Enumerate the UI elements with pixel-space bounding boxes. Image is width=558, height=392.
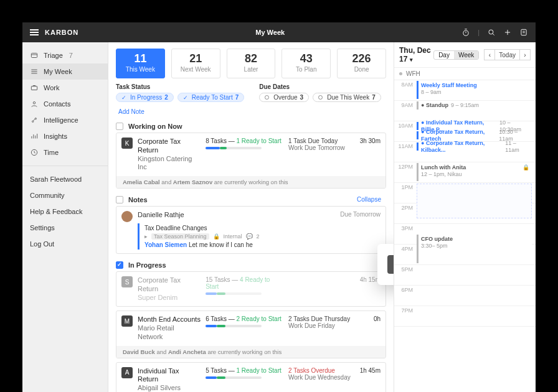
view-toggle[interactable]: Day Week <box>433 50 479 60</box>
menu-icon[interactable] <box>30 29 39 35</box>
week-card-this-week[interactable]: 11This Week <box>116 49 165 78</box>
section-checkbox[interactable] <box>116 261 123 269</box>
time-icon <box>30 148 39 157</box>
top-bar: KARBON My Week | <box>22 22 536 42</box>
due-line1: 2 Tasks Overdue <box>288 367 351 374</box>
filter-pill[interactable]: In Progress 2 <box>116 93 174 102</box>
filter-pill[interactable]: Due This Week 7 <box>313 93 381 102</box>
tasks-count: 6 Tasks — <box>206 315 236 322</box>
section-checkbox[interactable] <box>116 123 123 130</box>
next-button[interactable]: › <box>519 49 531 60</box>
myweek-icon <box>30 67 39 76</box>
mention[interactable]: Yohan Siemen <box>144 241 187 248</box>
week-card-to-plan[interactable]: 43To Plan <box>281 49 331 78</box>
allday-event[interactable]: WFH <box>394 67 536 80</box>
note-title: Tax Deadline Changes <box>144 225 381 231</box>
intelligence-icon <box>30 116 39 124</box>
work-card[interactable]: M Month End AccountsMario Retail Network… <box>116 310 386 358</box>
hover-card: S Corporate Tax Return Super Denim <box>377 244 394 285</box>
svg-point-1 <box>489 30 493 34</box>
hour-label: 7PM <box>394 306 415 326</box>
hour-label: 9AM <box>394 101 415 121</box>
work-card[interactable]: A Individual Tax ReturnAbigail Silvers 5… <box>116 362 386 393</box>
calendar-event[interactable]: ● Standup9 – 9:15am <box>417 101 532 110</box>
sidebar-item-label: Triage <box>44 52 63 59</box>
card-subtitle: Mario Retail Network <box>138 324 201 342</box>
sidebar-item-label: Work <box>44 84 59 91</box>
calendar-date[interactable]: Thu, Dec 17 ▾ <box>399 46 431 63</box>
page-title: My Week <box>78 29 461 36</box>
sidebar-item-work[interactable]: Work <box>22 80 108 96</box>
calendar-event[interactable]: CFO update3:30– 5pm <box>417 235 532 263</box>
hour-label: 2PM <box>394 203 415 223</box>
note-icon[interactable] <box>519 28 528 37</box>
sidebar-link-log-out[interactable]: Log Out <box>22 236 108 252</box>
week-card-label: This Week <box>116 66 164 73</box>
svg-point-6 <box>32 121 34 122</box>
card-title: Individual Tax Return <box>138 367 201 385</box>
card-subtext: David Buck and Andi Ancheta are currentl… <box>116 346 385 358</box>
avatar: S <box>387 255 394 274</box>
search-icon[interactable] <box>487 28 496 37</box>
note-body-text: Let me know if I can he <box>187 241 253 248</box>
sidebar-item-intelligence[interactable]: Intelligence <box>22 112 108 128</box>
seg-week[interactable]: Week <box>454 51 478 59</box>
plus-icon[interactable] <box>503 28 512 37</box>
sidebar-item-label: Contacts <box>44 100 70 108</box>
sidebar-link-help-feedback[interactable]: Help & Feedback <box>22 203 108 220</box>
week-card-next-week[interactable]: 21Next Week <box>171 49 220 78</box>
sidebar-item-insights[interactable]: Insights <box>22 128 108 144</box>
card-title: Month End Accounts <box>138 315 201 324</box>
calendar-event[interactable]: Weekly Staff Meeting8 – 9am <box>417 81 532 99</box>
card-subtitle: Kingston Catering Inc <box>138 155 201 172</box>
work-icon <box>30 83 39 92</box>
sidebar-link-settings[interactable]: Settings <box>22 220 108 236</box>
hour-label: 11AM <box>394 142 415 162</box>
collapse-button[interactable]: Collapse <box>357 196 384 203</box>
sidebar-link-community[interactable]: Community <box>22 187 108 203</box>
section-checkbox[interactable] <box>116 196 123 203</box>
sidebar-link-sarah-fleetwood[interactable]: Sarah Fleetwood <box>22 171 108 187</box>
ready-count: 1 Ready to Start <box>236 367 281 374</box>
week-card-count: 11 <box>116 53 164 64</box>
week-card-done[interactable]: 226Done <box>337 49 386 78</box>
sidebar-item-label: Intelligence <box>44 116 78 124</box>
hour-label: 1PM <box>394 183 415 203</box>
note-card[interactable]: Danielle Rathje Due Tomorrow Tax Deadlin… <box>116 206 386 254</box>
section-title-working-now: Working on Now <box>128 123 182 130</box>
filter-pill[interactable]: Ready To Start 7 <box>177 93 245 102</box>
hour-label: 3PM <box>394 224 415 244</box>
note-tag[interactable]: Tax Season Planning <box>151 233 209 240</box>
week-card-label: Done <box>338 66 385 73</box>
insights-icon <box>30 132 39 141</box>
sidebar-item-contacts[interactable]: Contacts <box>22 96 108 112</box>
calendar-event[interactable]: 🔒Lunch with Anita12 – 1pm, Nikau <box>417 163 532 181</box>
work-card[interactable]: S Corporate Tax ReturnSuper Denim 15 Tas… <box>116 271 386 307</box>
filter-head-task-status: Task Status <box>116 83 244 90</box>
sidebar-item-triage[interactable]: Triage 7 <box>22 47 108 63</box>
card-title: Corporate Tax Return <box>138 138 201 155</box>
calendar-event[interactable]: ● Corporate Tax Return, Fartech10:30 – 1… <box>417 131 532 139</box>
prev-button[interactable]: ‹ <box>484 49 495 60</box>
hour-label: 4PM <box>394 245 415 264</box>
contacts-icon <box>30 100 39 108</box>
sidebar-item-my-week[interactable]: My Week <box>22 63 108 80</box>
due-line1: 2 Tasks Due Thursday <box>288 315 351 322</box>
sidebar-item-time[interactable]: Time <box>22 144 108 161</box>
note-comments: 2 <box>257 233 260 240</box>
card-subtitle: Abigail Silvers <box>138 384 201 392</box>
calendar-event[interactable]: ● Corporate Tax Return, Kilback...11 – 1… <box>417 142 532 151</box>
work-card[interactable]: K Corporate Tax Return Kingston Catering… <box>116 133 386 189</box>
note-due: Due Tomorrow <box>340 211 381 218</box>
seg-day[interactable]: Day <box>434 51 454 59</box>
section-title-notes: Notes <box>128 196 148 203</box>
svg-rect-2 <box>521 29 526 35</box>
filter-head-due-dates: Due Dates <box>259 83 381 90</box>
today-button[interactable]: Today <box>495 49 519 60</box>
add-note-button[interactable]: Add Note <box>116 105 386 119</box>
week-card-count: 21 <box>172 53 220 64</box>
week-card-later[interactable]: 82Later <box>227 49 276 78</box>
filter-pill[interactable]: Overdue 3 <box>259 93 309 102</box>
timer-icon[interactable] <box>461 28 470 37</box>
avatar: M <box>121 315 133 327</box>
